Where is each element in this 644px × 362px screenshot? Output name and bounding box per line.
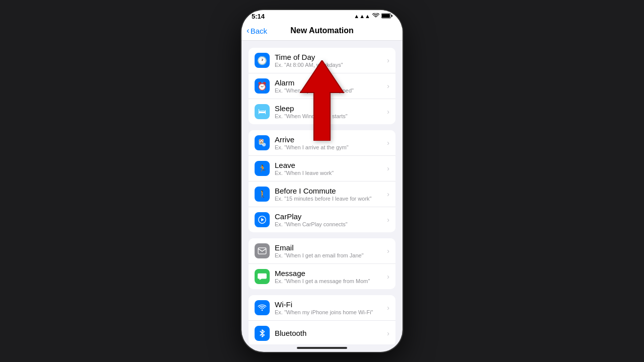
- leave-title: Leave: [275, 161, 387, 169]
- message-title: Message: [275, 269, 387, 278]
- leave-icon: 🏃: [255, 161, 270, 176]
- status-icons: ▲▲▲: [354, 13, 392, 20]
- arrive-title: Arrive: [275, 135, 387, 144]
- before-commute-item[interactable]: 🚶 Before I Commute Ex. "15 minutes befor…: [249, 182, 395, 207]
- carplay-chevron: ›: [387, 216, 389, 224]
- battery-icon: [381, 13, 392, 20]
- arrive-chevron: ›: [387, 139, 389, 147]
- arrive-icon: 🏠: [255, 135, 270, 150]
- page-title: New Automation: [290, 26, 354, 35]
- time-of-day-title: Time of Day: [275, 53, 387, 61]
- sleep-icon: 🛏: [255, 104, 270, 119]
- phone-screen: 5:14 ▲▲▲: [242, 10, 403, 352]
- svg-rect-1: [382, 14, 390, 18]
- carplay-item[interactable]: CarPlay Ex. "When CarPlay connects" ›: [249, 207, 395, 232]
- svg-rect-2: [391, 15, 392, 17]
- message-subtitle: Ex. "When I get a message from Mom": [275, 278, 387, 284]
- back-label: Back: [251, 27, 267, 35]
- commute-chevron: ›: [387, 190, 389, 198]
- message-chevron: ›: [387, 273, 389, 281]
- wifi-chevron: ›: [387, 304, 389, 312]
- location-section: 🏠 Arrive Ex. "When I arrive at the gym" …: [242, 130, 403, 232]
- phone-frame: 5:14 ▲▲▲: [242, 10, 403, 352]
- email-icon: [255, 243, 270, 258]
- signal-icon: ▲▲▲: [354, 13, 370, 19]
- bluetooth-chevron: ›: [387, 329, 389, 337]
- time-of-day-item[interactable]: 🕐 Time of Day Ex. "At 8:00 AM, weekdays"…: [249, 48, 395, 73]
- arrive-subtitle: Ex. "When I arrive at the gym": [275, 144, 387, 150]
- time-of-day-subtitle: Ex. "At 8:00 AM, weekdays": [275, 62, 387, 68]
- sleep-chevron: ›: [387, 108, 389, 116]
- sleep-item[interactable]: 🛏 Sleep Ex. "When Wind Down starts" ›: [249, 99, 395, 124]
- back-chevron-icon: ‹: [247, 26, 250, 36]
- leave-subtitle: Ex. "When I leave work": [275, 170, 387, 176]
- alarm-title: Alarm: [275, 78, 387, 87]
- connectivity-section: Wi-Fi Ex. "When my iPhone joins home Wi-…: [242, 295, 403, 344]
- back-button[interactable]: ‹ Back: [247, 26, 267, 36]
- nav-header: ‹ Back New Automation: [242, 22, 403, 41]
- carplay-title: CarPlay: [275, 212, 387, 221]
- alarm-icon: ⏰: [255, 78, 270, 94]
- svg-text:🏠: 🏠: [259, 138, 265, 144]
- svg-rect-9: [258, 248, 266, 254]
- before-commute-subtitle: Ex. "15 minutes before I leave for work": [275, 196, 387, 202]
- wifi-title: Wi-Fi: [275, 300, 387, 309]
- communication-section: Email Ex. "When I get an email from Jane…: [242, 238, 403, 289]
- before-commute-title: Before I Commute: [275, 187, 387, 195]
- email-subtitle: Ex. "When I get an email from Jane": [275, 252, 387, 258]
- time-of-day-icon: 🕐: [255, 53, 270, 68]
- bluetooth-title: Bluetooth: [275, 329, 387, 337]
- wifi-item[interactable]: Wi-Fi Ex. "When my iPhone joins home Wi-…: [249, 295, 395, 321]
- bluetooth-item[interactable]: Bluetooth ›: [249, 321, 395, 344]
- content-area: 🕐 Time of Day Ex. "At 8:00 AM, weekdays"…: [242, 41, 403, 344]
- alarm-item[interactable]: ⏰ Alarm Ex. "When my alarm is stopped" ›: [249, 73, 395, 99]
- arrive-item[interactable]: 🏠 Arrive Ex. "When I arrive at the gym" …: [249, 130, 395, 156]
- status-bar: 5:14 ▲▲▲: [242, 10, 403, 22]
- location-list-group: 🏠 Arrive Ex. "When I arrive at the gym" …: [249, 130, 395, 232]
- time-section: 🕐 Time of Day Ex. "At 8:00 AM, weekdays"…: [242, 48, 403, 124]
- commute-icon: 🚶: [255, 187, 270, 202]
- alarm-chevron: ›: [387, 82, 389, 90]
- message-item[interactable]: Message Ex. "When I get a message from M…: [249, 264, 395, 289]
- time-of-day-chevron: ›: [387, 56, 389, 64]
- email-item[interactable]: Email Ex. "When I get an email from Jane…: [249, 238, 395, 264]
- communication-list-group: Email Ex. "When I get an email from Jane…: [249, 238, 395, 289]
- sleep-title: Sleep: [275, 104, 387, 113]
- connectivity-list-group: Wi-Fi Ex. "When my iPhone joins home Wi-…: [249, 295, 395, 344]
- message-icon: [255, 269, 270, 284]
- wifi-subtitle: Ex. "When my iPhone joins home Wi-Fi": [275, 309, 387, 315]
- svg-marker-8: [261, 218, 264, 221]
- leave-chevron: ›: [387, 164, 389, 172]
- wifi-icon-item: [255, 300, 270, 315]
- status-time: 5:14: [252, 13, 265, 20]
- bluetooth-icon-item: [255, 326, 270, 341]
- time-list-group: 🕐 Time of Day Ex. "At 8:00 AM, weekdays"…: [249, 48, 395, 124]
- email-chevron: ›: [387, 247, 389, 255]
- email-title: Email: [275, 243, 387, 252]
- wifi-icon: [372, 13, 379, 19]
- carplay-icon: [255, 212, 270, 227]
- sleep-subtitle: Ex. "When Wind Down starts": [275, 113, 387, 119]
- carplay-subtitle: Ex. "When CarPlay connects": [275, 221, 387, 227]
- alarm-subtitle: Ex. "When my alarm is stopped": [275, 87, 387, 94]
- leave-item[interactable]: 🏃 Leave Ex. "When I leave work" ›: [249, 156, 395, 182]
- home-indicator: [297, 347, 347, 349]
